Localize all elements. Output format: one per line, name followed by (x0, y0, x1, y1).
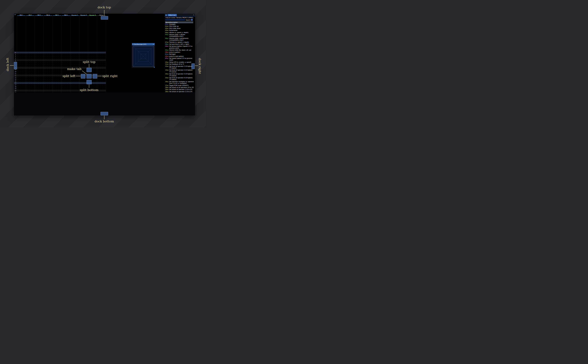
effect-row[interactable]: 11xxSet feedback (0 to 7) (165, 63, 195, 65)
pattern-cell[interactable]: ... .. .. .. (17, 52, 26, 53)
channel-header-fm-4[interactable]: FM 4 (44, 14, 53, 16)
pattern-cell[interactable]: ... .. .. .. (61, 84, 70, 85)
pattern-cell[interactable]: ... .. .. .. (44, 73, 53, 74)
pattern-cell[interactable]: ... .. .. .. (26, 67, 35, 69)
pattern-cell[interactable]: ... .. .. .. (26, 92, 35, 92)
pattern-cell[interactable]: ... .. .. .. (53, 63, 61, 65)
pattern-cell[interactable]: ... .. .. .. (97, 67, 106, 69)
pattern-cell[interactable]: ... .. .. .. (26, 73, 35, 74)
pattern-cell[interactable]: ... .. .. .. (44, 90, 53, 91)
pattern-cell[interactable]: ... .. .. .. (26, 58, 35, 59)
pattern-cell[interactable]: ... .. .. .. (53, 73, 61, 74)
oscilloscope-close-button[interactable]: × (153, 44, 154, 45)
pattern-cell[interactable]: ... .. .. .. (44, 59, 53, 61)
channel-header-square-2[interactable]: Square 2 (79, 14, 88, 16)
pattern-cell[interactable]: ... .. .. .. (44, 52, 53, 53)
effect-row[interactable]: 0CxxRetrigger (165, 53, 195, 55)
pattern-cell[interactable]: ... .. .. .. (53, 75, 61, 76)
pattern-cell[interactable]: ... .. .. .. (53, 65, 61, 66)
pattern-cell[interactable]: ... .. .. .. (17, 77, 26, 78)
pattern-cell[interactable]: ... .. .. .. (70, 61, 79, 63)
pattern-cell[interactable]: ... .. .. .. (17, 58, 26, 59)
split-bottom-target[interactable] (86, 80, 92, 84)
effect-list-menu-button[interactable]: ≡ (191, 19, 193, 21)
pattern-cell[interactable]: ... .. .. .. (53, 77, 61, 78)
effect-row[interactable]: 02xxPitch slide down (165, 27, 195, 29)
pattern-cell[interactable]: ... .. .. .. (97, 73, 106, 74)
pattern-cell[interactable]: ... .. .. .. (88, 56, 97, 57)
pattern-cell[interactable]: ... .. .. .. (70, 71, 79, 72)
effect-row[interactable]: 19xxSet attack of all operators (0 to 1F… (165, 86, 195, 89)
collapse-arrow-icon[interactable]: ▼ (133, 44, 133, 45)
pattern-cell[interactable]: ... .. .. .. (26, 61, 35, 63)
pattern-cell[interactable]: ... .. .. .. (35, 56, 44, 57)
pattern-cell[interactable]: ... .. .. .. (17, 63, 26, 65)
pattern-cell[interactable]: ... .. .. .. (53, 90, 61, 91)
collapse-arrow-icon[interactable]: ▼ (165, 14, 167, 16)
channel-header-square-1[interactable]: Square 1 (70, 14, 79, 16)
make-tab-target[interactable] (86, 74, 92, 78)
pattern-cell[interactable]: ... .. .. .. (79, 52, 88, 53)
pattern-cell[interactable]: ... .. .. .. (26, 63, 35, 65)
pattern-cell[interactable]: ... .. .. .. (61, 73, 70, 74)
pattern-cell[interactable]: ... .. .. .. (70, 59, 79, 61)
pattern-cell[interactable]: ... .. .. .. (53, 59, 61, 61)
pattern-cell[interactable]: ... .. .. .. (35, 75, 44, 76)
pattern-cell[interactable]: ... .. .. .. (44, 86, 53, 87)
pattern-cell[interactable]: ... .. .. .. (17, 69, 26, 70)
pattern-cell[interactable]: ... .. .. .. (17, 82, 26, 84)
effect-row[interactable]: 13xxSet level of operator 2 (0 highest, … (165, 69, 195, 73)
pattern-cell[interactable]: ... .. .. .. (70, 84, 79, 85)
pattern-cell[interactable]: ... .. .. .. (53, 69, 61, 70)
pattern-cell[interactable]: ... .. .. .. (97, 54, 106, 55)
pattern-cell[interactable]: ... .. .. .. (35, 77, 44, 78)
pattern-cell[interactable]: ... .. .. .. (70, 92, 79, 92)
pattern-cell[interactable]: ... .. .. .. (53, 84, 61, 85)
pattern-cell[interactable]: ... .. .. .. (53, 67, 61, 69)
pattern-cell[interactable]: ... .. .. .. (53, 78, 61, 80)
pattern-cell[interactable]: ... .. .. .. (44, 65, 53, 66)
pattern-cell[interactable]: ... .. .. .. (26, 59, 35, 61)
pattern-cell[interactable]: ... .. .. .. (88, 92, 97, 92)
pattern-cell[interactable]: ... .. .. .. (17, 90, 26, 91)
pattern-cell[interactable]: ... .. .. .. (61, 61, 70, 63)
pattern-cell[interactable]: ... .. .. .. (44, 63, 53, 65)
pattern-cell[interactable]: ... .. .. .. (35, 63, 44, 65)
pattern-cell[interactable]: ... .. .. .. (44, 92, 53, 92)
pattern-cell[interactable]: ... .. .. .. (88, 78, 97, 80)
pattern-cell[interactable]: ... .. .. .. (35, 80, 44, 82)
oscilloscope-title-bar[interactable]: ▼ Oscilloscope (X-Y) × (132, 43, 155, 45)
pattern-cell[interactable]: ... .. .. .. (53, 58, 61, 59)
pattern-cell[interactable]: ... .. .. .. (97, 84, 106, 85)
effect-row[interactable]: 0BxxJump to pattern (165, 51, 195, 53)
pattern-cell[interactable]: ... .. .. .. (53, 56, 61, 57)
pattern-cell[interactable]: ... .. .. .. (44, 82, 53, 84)
pattern-cell[interactable]: ... .. .. .. (97, 82, 106, 84)
pattern-cell[interactable]: ... .. .. .. (17, 80, 26, 82)
pattern-cell[interactable]: ... .. .. .. (44, 67, 53, 69)
effect-row[interactable]: 15xxSet level of operator 4 (0 highest, … (165, 77, 195, 81)
pattern-cell[interactable]: ... .. .. .. (70, 54, 79, 55)
pattern-cell[interactable]: ... .. .. .. (35, 67, 44, 69)
pattern-cell[interactable]: ... .. .. .. (44, 84, 53, 85)
channel-header-fm-3[interactable]: FM 3 (35, 14, 44, 16)
effect-row[interactable]: 08xySet panning (x: left; y: right) (165, 43, 195, 45)
pattern-cell[interactable]: ... .. .. .. (26, 90, 35, 91)
pattern-cell[interactable]: ... .. .. .. (44, 61, 53, 63)
pattern-cell[interactable]: ... .. .. .. (61, 92, 70, 92)
pattern-cell[interactable]: ... .. .. .. (17, 61, 26, 63)
pattern-cell[interactable]: ... .. .. .. (44, 69, 53, 70)
pattern-cell[interactable]: ... .. .. .. (70, 82, 79, 84)
pattern-cell[interactable]: ... .. .. .. (35, 82, 44, 84)
pattern-cell[interactable]: ... .. .. .. (35, 52, 44, 53)
pattern-cell[interactable]: ... .. .. .. (79, 78, 88, 80)
pattern-cell[interactable]: ... .. .. .. (79, 56, 88, 57)
pattern-cell[interactable]: ... .. .. .. (26, 75, 35, 76)
pattern-cell[interactable]: ... .. .. .. (88, 58, 97, 59)
pattern-cell[interactable]: ... .. .. .. (97, 92, 106, 92)
pattern-cell[interactable]: ... .. .. .. (70, 90, 79, 91)
pattern-cell[interactable]: ... .. .. .. (26, 54, 35, 55)
effect-row[interactable]: 17xxToggle PCM mode (LEGACY) (165, 84, 195, 86)
effect-row[interactable]: 06xyVolume slide + portamento (compatibi… (165, 37, 195, 41)
pattern-cell[interactable]: ... .. .. .. (97, 65, 106, 66)
